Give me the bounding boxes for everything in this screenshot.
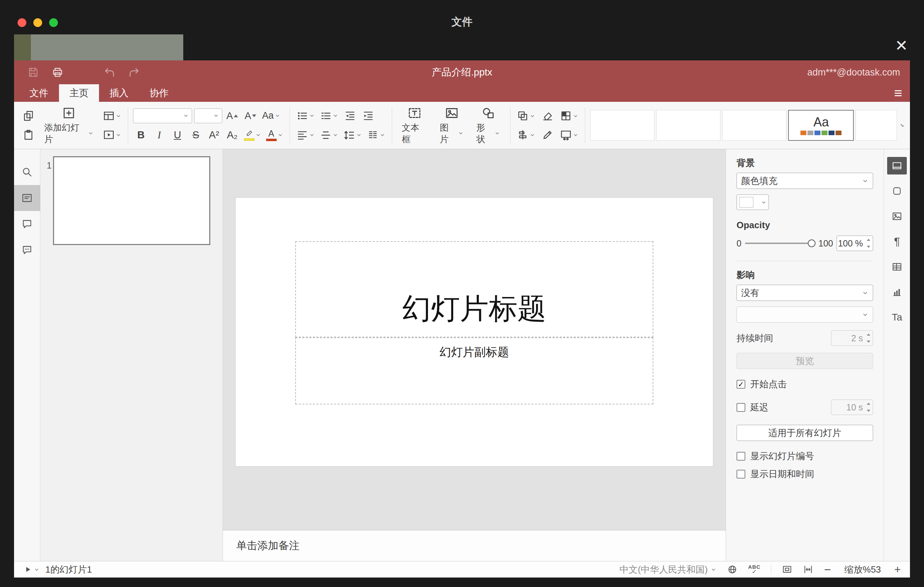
transition-effect-select[interactable]: 没有: [736, 285, 873, 301]
tab-home[interactable]: 主页: [59, 84, 99, 102]
font-size-combobox[interactable]: [194, 109, 222, 123]
image-settings-button[interactable]: [887, 208, 907, 225]
background-color-picker[interactable]: [736, 195, 769, 210]
search-panel-button[interactable]: [14, 159, 40, 185]
increase-indent-button[interactable]: [360, 108, 376, 124]
save-button[interactable]: [26, 65, 40, 79]
delay-checkbox[interactable]: [736, 403, 745, 412]
spellcheck-button[interactable]: ABC ✓: [748, 564, 761, 575]
theme-gallery-expand-button[interactable]: [899, 110, 904, 141]
shading-fill-button[interactable]: [559, 108, 580, 124]
insert-textbox-button[interactable]: 文本框: [397, 106, 432, 145]
chevron-down-icon: [116, 113, 122, 119]
table-settings-button[interactable]: [887, 258, 907, 275]
apply-to-all-slides-button[interactable]: 适用于所有幻灯片: [736, 425, 873, 441]
right-icon-strip: ¶ Ta: [884, 149, 910, 561]
opacity-slider-knob[interactable]: [808, 239, 815, 247]
insert-shape-button[interactable]: 形状: [472, 106, 505, 145]
transition-variant-select[interactable]: [736, 307, 873, 323]
undo-button[interactable]: [102, 65, 117, 79]
slideshow-icon: [103, 129, 115, 141]
opacity-value-input[interactable]: 100 %: [837, 236, 873, 251]
print-button[interactable]: [51, 65, 64, 79]
toolbar-separator: [510, 107, 510, 143]
delay-input[interactable]: 10 s: [831, 399, 873, 415]
subtitle-placeholder[interactable]: 幻灯片副标题: [295, 337, 653, 404]
highlight-color-button[interactable]: [243, 127, 262, 143]
italic-button[interactable]: I: [151, 127, 167, 143]
slides-panel-button[interactable]: [14, 185, 40, 211]
paste-button[interactable]: [20, 127, 36, 143]
tab-insert[interactable]: 插入: [99, 84, 139, 102]
paragraph-settings-button[interactable]: ¶: [887, 233, 907, 250]
close-overlay-button[interactable]: ✕: [895, 38, 908, 53]
slide-settings-button[interactable]: [887, 157, 907, 175]
decrease-indent-button[interactable]: [342, 108, 358, 124]
title-placeholder[interactable]: 幻灯片标题: [295, 241, 653, 337]
start-on-click-checkbox[interactable]: ✓: [736, 380, 745, 389]
menu-hamburger-icon[interactable]: ≡: [894, 84, 902, 102]
subscript-button[interactable]: A₂: [224, 127, 241, 143]
theme-option[interactable]: [590, 110, 654, 141]
spinner-arrows[interactable]: [867, 333, 870, 343]
textart-settings-button[interactable]: Ta: [887, 308, 907, 326]
notes-area[interactable]: 单击添加备注: [223, 530, 726, 561]
start-slideshow-button[interactable]: [101, 127, 123, 143]
show-slide-number-checkbox[interactable]: [736, 452, 745, 461]
slide-canvas[interactable]: 幻灯片标题 幻灯片副标题: [236, 198, 713, 466]
theme-option[interactable]: [722, 110, 786, 141]
feedback-panel-button[interactable]: [14, 237, 40, 263]
line-spacing-button[interactable]: [342, 127, 363, 143]
copy-style-button[interactable]: [540, 127, 556, 143]
align-shapes-button[interactable]: [515, 127, 537, 143]
shape-settings-button[interactable]: [887, 182, 907, 200]
theme-option[interactable]: [856, 110, 897, 141]
fit-to-slide-button[interactable]: [782, 564, 792, 575]
strikethrough-button[interactable]: S: [188, 127, 204, 143]
font-color-button[interactable]: A: [265, 127, 285, 143]
document-language-button[interactable]: [727, 564, 738, 575]
zoom-out-button[interactable]: −: [824, 564, 831, 575]
preview-button[interactable]: 预览: [736, 353, 873, 369]
superscript-button[interactable]: A²: [206, 127, 222, 143]
chart-settings-icon: [892, 287, 902, 297]
comments-panel-button[interactable]: [14, 211, 40, 237]
theme-option-selected[interactable]: Aa: [788, 110, 854, 141]
tab-collaboration[interactable]: 协作: [139, 84, 179, 102]
fit-to-width-button[interactable]: [803, 564, 813, 575]
bold-button[interactable]: B: [133, 127, 149, 143]
insert-image-button[interactable]: 图片: [435, 106, 469, 145]
spinner-arrows[interactable]: [867, 403, 870, 412]
start-slideshow-status-button[interactable]: [23, 565, 40, 574]
duration-input[interactable]: 2 s: [831, 330, 873, 346]
highlighter-icon: [245, 129, 254, 138]
slide-layout-button[interactable]: [101, 108, 123, 124]
vertical-align-button[interactable]: [318, 127, 340, 143]
background-fill-select[interactable]: 颜色填充: [736, 173, 873, 189]
copy-button[interactable]: [20, 108, 36, 124]
slide-thumbnail-selected[interactable]: [53, 156, 210, 245]
clear-style-button[interactable]: [540, 108, 556, 124]
horizontal-align-button[interactable]: [295, 127, 316, 143]
zoom-in-button[interactable]: +: [894, 564, 901, 575]
language-label: 中文(中华人民共和国): [620, 564, 708, 576]
underline-button[interactable]: U: [170, 127, 186, 143]
columns-button[interactable]: [365, 127, 387, 143]
increase-font-size-button[interactable]: A: [224, 108, 241, 124]
opacity-slider[interactable]: [745, 242, 815, 244]
tab-file[interactable]: 文件: [19, 84, 59, 102]
bullets-button[interactable]: [295, 108, 316, 124]
spinner-arrows[interactable]: [867, 239, 870, 248]
numbering-button[interactable]: [318, 108, 340, 124]
language-selector[interactable]: 中文(中华人民共和国): [620, 564, 716, 576]
add-slide-button[interactable]: 添加幻灯片: [39, 106, 99, 145]
redo-button[interactable]: [127, 65, 141, 79]
decrease-font-size-button[interactable]: A: [243, 108, 259, 124]
show-date-time-checkbox[interactable]: [736, 470, 745, 478]
chart-settings-button[interactable]: [887, 283, 907, 301]
slide-size-button[interactable]: [559, 127, 580, 143]
theme-option[interactable]: [656, 110, 720, 141]
arrange-shapes-button[interactable]: [515, 108, 537, 124]
font-name-combobox[interactable]: [133, 109, 192, 123]
change-case-button[interactable]: Aa: [261, 108, 282, 124]
